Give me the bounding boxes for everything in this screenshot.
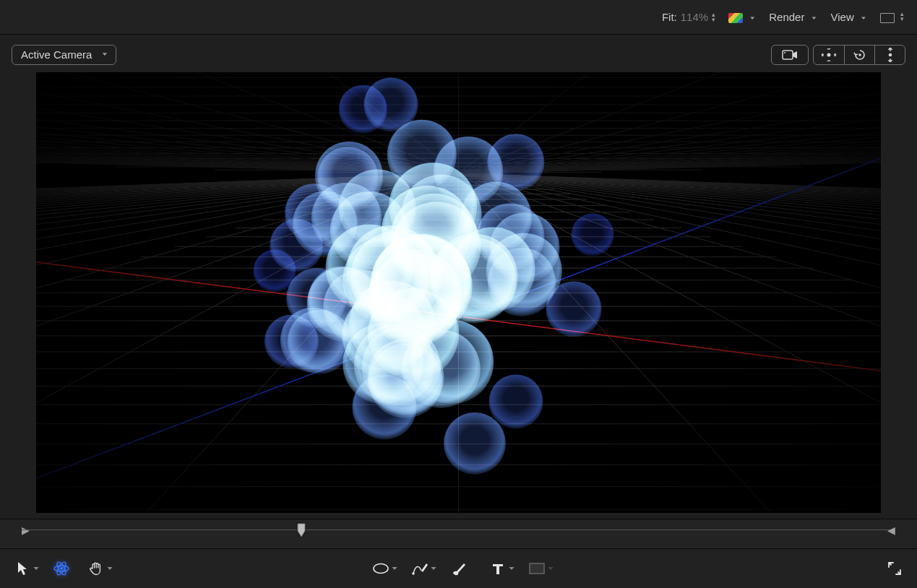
camera-icon [780,49,799,61]
svg-point-190 [60,567,63,570]
dolly-icon [884,48,896,62]
roll-icon [853,48,867,61]
render-label: Render [769,11,804,23]
view-label: View [831,11,854,23]
mask-tool[interactable] [525,557,549,580]
svg-point-191 [374,564,388,574]
svg-point-2 [827,53,831,57]
camera-selector-label: Active Camera [21,48,92,61]
mini-timeline[interactable]: ▶ ◀ [0,519,917,549]
safe-zones-icon [880,13,895,23]
render-dropdown[interactable]: Render ▼ [769,11,817,23]
svg-rect-0 [783,51,793,59]
viewer-canvas[interactable] [36,72,881,513]
ellipse-icon [372,563,389,574]
arrow-cursor-icon [17,561,28,576]
brush-icon [451,561,467,576]
svg-point-3 [858,53,861,56]
hand-icon [89,561,103,576]
out-point-icon[interactable]: ◀ [887,524,895,536]
expand-icon [887,561,902,576]
reset-camera-button[interactable] [771,45,809,65]
particle-spheres [36,72,881,513]
atom-icon [53,560,70,577]
color-channels-dropdown[interactable]: ▼ [728,11,756,23]
zoom-fit-control[interactable]: Fit: 114% ▴▾ [662,11,715,23]
camera-nav-segment [813,45,905,65]
in-point-icon[interactable]: ▶ [22,524,30,536]
pan-tool[interactable] [84,557,108,580]
paint-stroke-tool[interactable] [447,557,471,580]
pen-tool[interactable] [408,557,432,580]
fullscreen-button[interactable] [882,557,907,580]
view-dropdown[interactable]: View ▼ [831,11,867,23]
select-tool[interactable] [10,557,35,580]
view-layouts-dropdown[interactable]: ▴▾ [880,11,904,23]
camera-selector-dropdown[interactable]: Active Camera ▼ [12,45,116,65]
timeline-track [22,529,895,530]
chevron-down-icon: ▼ [860,15,867,20]
svg-point-1 [784,52,785,53]
mask-rect-icon [529,563,545,574]
chevron-down-icon: ▼ [100,51,108,56]
fit-label: Fit: [662,11,677,23]
pan-camera-button[interactable] [844,46,874,64]
dolly-camera-button[interactable] [874,46,905,64]
pen-path-icon [412,561,428,576]
svg-point-4 [888,53,892,57]
svg-point-192 [412,572,415,575]
stepper-icon: ▴▾ [900,12,904,22]
text-t-icon [491,562,504,575]
text-tool[interactable] [486,557,510,580]
orbit-camera-button[interactable] [814,46,844,64]
chevron-down-icon: ▼ [749,15,756,20]
orbit-icon [821,48,837,61]
color-channels-icon [728,13,743,23]
shape-tool[interactable] [369,557,393,580]
fit-value: 114% [681,11,708,23]
transform-3d-tool[interactable] [49,557,74,580]
chevron-down-icon: ▼ [811,15,818,20]
svg-rect-194 [530,563,544,574]
playhead[interactable] [296,522,306,540]
stepper-icon: ▴▾ [712,12,715,22]
